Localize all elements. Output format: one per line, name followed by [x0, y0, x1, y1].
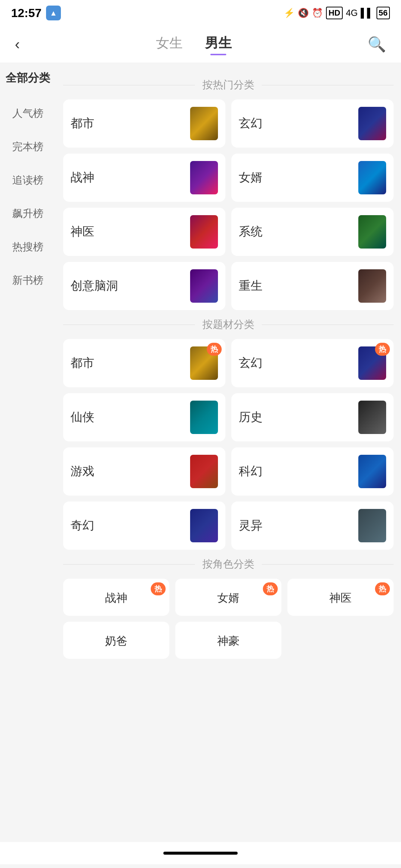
- mat-card-youxi-cover: [190, 455, 218, 488]
- mat-card-lishi-label: 历史: [239, 409, 263, 425]
- status-time: 12:57: [11, 6, 42, 20]
- hot-card-xitong-cover: [358, 215, 386, 249]
- sidebar-item-biaosheng[interactable]: 飙升榜: [0, 197, 56, 230]
- status-bar: 12:57 ▲ ⚡ 🔇 ⏰ HD 4G ▌▌ 56: [0, 0, 401, 26]
- hot-card-xuanhuan-label: 玄幻: [239, 115, 263, 132]
- hot-section-title: 按热门分类: [63, 78, 394, 92]
- mat-card-kehuan-cover: [358, 455, 386, 488]
- mat-card-youxi-label: 游戏: [71, 463, 94, 480]
- mat-line-right: [262, 325, 394, 325]
- mat-card-xuanhuan[interactable]: 热 玄幻: [231, 339, 394, 387]
- hot-card-shenyi-label: 神医: [71, 224, 94, 240]
- mat-card-xianxia[interactable]: 仙侠: [63, 393, 225, 441]
- tab-male[interactable]: 男生: [205, 34, 232, 55]
- header-tabs: 女生 男生: [156, 34, 232, 55]
- hot-card-shenyi[interactable]: 神医: [63, 208, 225, 256]
- title-line-left: [63, 85, 195, 85]
- hot-card-nuxu[interactable]: 女婿: [231, 154, 394, 202]
- hot-card-chongsheng-label: 重生: [239, 278, 263, 294]
- hot-badge-xuanhuan: 热: [375, 343, 390, 356]
- hot-card-xitong[interactable]: 系统: [231, 208, 394, 256]
- hot-card-xitong-label: 系统: [239, 224, 263, 240]
- battery-level: 56: [376, 7, 390, 19]
- role-grid-empty: [287, 622, 394, 659]
- signal-strength: 4G: [346, 8, 358, 18]
- role-line-right: [262, 564, 394, 565]
- hot-card-chuangyinao-label: 创意脑洞: [71, 278, 118, 294]
- mat-card-lishi-cover: [358, 401, 386, 434]
- role-card-shenhao[interactable]: 神豪: [175, 622, 281, 659]
- sidebar-item-resou[interactable]: 热搜榜: [0, 230, 56, 264]
- hot-card-chongsheng-cover: [358, 269, 386, 303]
- material-section-title: 按题材分类: [63, 318, 394, 332]
- role-card-naiba-label: 奶爸: [105, 634, 127, 649]
- hot-card-chongsheng[interactable]: 重生: [231, 262, 394, 310]
- role-category-grid-row2: 奶爸 神豪: [63, 622, 394, 659]
- mat-card-lishi[interactable]: 历史: [231, 393, 394, 441]
- title-line-right: [262, 85, 394, 85]
- hot-badge-dushi: 热: [207, 343, 222, 356]
- hot-card-shenyi-cover: [190, 215, 218, 249]
- back-button[interactable]: ‹: [15, 36, 20, 53]
- mat-card-qihuan[interactable]: 奇幻: [63, 502, 225, 550]
- home-indicator: [163, 852, 238, 855]
- hot-badge-role-shenyi: 热: [375, 582, 390, 595]
- clock-icon: ⏰: [312, 8, 323, 18]
- role-section-title: 按角色分类: [63, 557, 394, 571]
- hot-card-dushi[interactable]: 都市: [63, 99, 225, 148]
- hot-card-nuxu-cover: [358, 161, 386, 194]
- role-card-nuxu[interactable]: 热 女婿: [175, 579, 281, 616]
- main-layout: 全部分类 人气榜 完本榜 追读榜 飙升榜 热搜榜 新书榜 按热门分类 都市 玄幻: [0, 63, 401, 842]
- role-card-shenhao-label: 神豪: [217, 634, 239, 649]
- tab-female[interactable]: 女生: [156, 34, 183, 55]
- hd-icon: HD: [326, 7, 343, 19]
- mat-card-xuanhuan-label: 玄幻: [239, 355, 263, 371]
- role-card-zhanshen[interactable]: 热 战神: [63, 579, 169, 616]
- role-card-naiba[interactable]: 奶爸: [63, 622, 169, 659]
- role-line-left: [63, 564, 195, 565]
- sidebar-item-xinshu[interactable]: 新书榜: [0, 264, 56, 297]
- hot-card-chuangyinao[interactable]: 创意脑洞: [63, 262, 225, 310]
- mat-card-qihuan-cover: [190, 509, 218, 542]
- role-card-nuxu-label: 女婿: [217, 591, 239, 606]
- mat-card-youxi[interactable]: 游戏: [63, 447, 225, 496]
- sidebar-item-wanben[interactable]: 完本榜: [0, 130, 56, 164]
- status-icons: ⚡ 🔇 ⏰ HD 4G ▌▌ 56: [284, 7, 390, 19]
- mat-card-lingyi-label: 灵异: [239, 517, 263, 534]
- hot-card-dushi-label: 都市: [71, 115, 94, 132]
- sidebar-item-renqi[interactable]: 人气榜: [0, 97, 56, 130]
- mat-card-lingyi[interactable]: 灵异: [231, 502, 394, 550]
- search-button[interactable]: 🔍: [368, 36, 386, 53]
- hot-card-xuanhuan-cover: [358, 107, 386, 140]
- hot-card-xuanhuan[interactable]: 玄幻: [231, 99, 394, 148]
- mute-icon: 🔇: [298, 8, 309, 18]
- mat-card-xianxia-label: 仙侠: [71, 409, 94, 425]
- hot-card-dushi-cover: [190, 107, 218, 140]
- hot-badge-role-nuxu: 热: [263, 582, 278, 595]
- hot-card-zhanshen-cover: [190, 161, 218, 194]
- hot-category-grid: 都市 玄幻 战神 女婿 神医 系统: [63, 99, 394, 310]
- mat-card-xianxia-cover: [190, 401, 218, 434]
- hot-card-nuxu-label: 女婿: [239, 170, 263, 186]
- bluetooth-icon: ⚡: [284, 8, 295, 18]
- material-title-text: 按题材分类: [202, 318, 254, 332]
- role-card-shenyi[interactable]: 热 神医: [287, 579, 394, 616]
- hot-title-text: 按热门分类: [202, 78, 254, 92]
- hot-card-chuangyinao-cover: [190, 269, 218, 303]
- hot-card-zhanshen[interactable]: 战神: [63, 154, 225, 202]
- mat-card-dushi[interactable]: 热 都市: [63, 339, 225, 387]
- role-title-text: 按角色分类: [202, 557, 254, 571]
- hot-card-zhanshen-label: 战神: [71, 170, 94, 186]
- mat-card-dushi-label: 都市: [71, 355, 94, 371]
- mat-card-kehuan[interactable]: 科幻: [231, 447, 394, 496]
- signal-bars-icon: ▌▌: [361, 8, 374, 18]
- role-card-shenyi-label: 神医: [329, 591, 352, 606]
- header: ‹ 女生 男生 🔍: [0, 26, 401, 63]
- sidebar: 全部分类 人气榜 完本榜 追读榜 飙升榜 热搜榜 新书榜: [0, 63, 56, 842]
- mat-line-left: [63, 325, 195, 325]
- sidebar-item-zhuidu[interactable]: 追读榜: [0, 164, 56, 197]
- role-category-grid-row1: 热 战神 热 女婿 热 神医: [63, 579, 394, 616]
- bottom-bar: [0, 842, 401, 864]
- app-logo: ▲: [46, 6, 61, 20]
- content-area: 按热门分类 都市 玄幻 战神 女婿 神医: [56, 63, 401, 842]
